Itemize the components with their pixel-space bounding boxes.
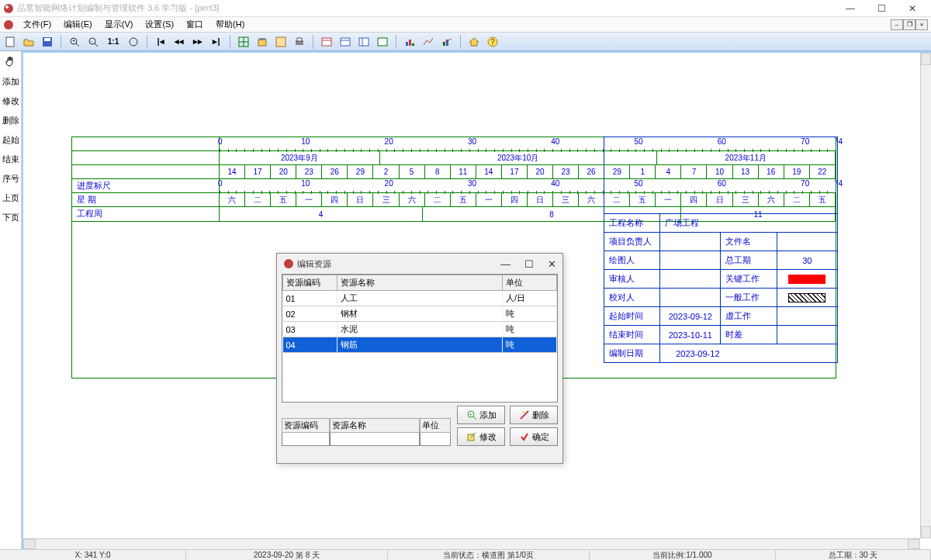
left-tool-6[interactable]: 上页 [2,192,19,204]
last-icon[interactable]: ▸| [209,35,223,49]
home-icon[interactable] [467,35,481,49]
svg-rect-20 [297,38,302,41]
hand-tool-icon[interactable] [4,54,18,68]
first-icon[interactable]: |◂ [154,35,168,49]
svg-rect-5 [44,38,50,41]
svg-rect-29 [409,40,411,46]
svg-point-1 [5,5,9,9]
modify-button[interactable]: 修改 [457,427,505,446]
table-row[interactable]: 02钢材吨 [283,306,557,322]
dialog-close[interactable]: ✕ [548,258,556,270]
resource-icon[interactable] [274,35,288,49]
left-tool-1[interactable]: 修改 [2,95,19,107]
menu-view[interactable]: 显示(V) [99,17,140,32]
menu-window[interactable]: 窗口 [180,17,209,32]
mdi-restore[interactable]: ❐ [903,19,915,30]
grid-icon[interactable] [237,35,251,49]
svg-point-2 [4,20,13,29]
ok-button[interactable]: 确定 [510,427,558,446]
left-tool-4[interactable]: 结束 [2,154,19,165]
svg-line-10 [95,43,98,47]
mdi-close[interactable]: × [915,19,928,30]
menubar: 文件(F) 编辑(E) 显示(V) 设置(S) 窗口 帮助(H) – ❐ × [0,17,931,33]
projweek-label: 工程周 [72,207,220,221]
titlebar: 品茗智能网络计划编制与管理软件 3.6 学习版 - [pert3] — ☐ ✕ [0,0,931,17]
col-name[interactable]: 资源名称 [337,275,503,291]
chart3-icon[interactable] [440,35,454,49]
scrollbar-vertical[interactable] [920,53,931,538]
table2-icon[interactable] [338,35,352,49]
col-code[interactable]: 资源编码 [283,275,337,291]
dialog-titlebar[interactable]: 编辑资源 — ☐ ✕ [277,254,562,274]
left-toolbar: 添加修改删除起始结束序号上页下页 [0,51,22,549]
status-total: 总工期：30 天 [776,550,931,560]
left-tool-2[interactable]: 删除 [2,115,19,126]
svg-line-37 [473,417,476,420]
delete-button[interactable]: 删除 [510,406,558,424]
info-panel: 工程名称广场工程 项目负责人文件名 绘图人总工期30 审核人关键工作 校对人一般… [604,137,838,363]
svg-rect-27 [378,38,387,46]
zoom-11-icon[interactable]: 1:1 [105,35,122,49]
status-coord: X: 341 Y:0 [0,550,186,560]
normal-legend [788,293,825,302]
svg-text:+: + [72,38,75,43]
svg-text:?: ? [490,38,495,47]
left-tool-3[interactable]: 起始 [2,134,19,146]
scrollbar-horizontal[interactable] [23,538,920,549]
minimize-button[interactable]: — [835,1,866,16]
week-label: 星 期 [72,193,220,206]
resource-table[interactable]: 资源编码 资源名称 单位 01人工人/日02钢材吨03水泥吨04钢筋吨 [282,274,558,403]
dialog-maximize[interactable]: ☐ [524,258,534,270]
svg-rect-3 [6,37,14,47]
menu-settings[interactable]: 设置(S) [139,17,180,32]
svg-rect-23 [341,38,350,46]
left-tool-7[interactable]: 下页 [2,212,19,223]
col-unit[interactable]: 单位 [503,275,557,291]
prev-icon[interactable]: ◂◂ [172,35,186,49]
name-input[interactable] [330,433,420,446]
code-input-label: 资源编码 [282,418,330,433]
close-button[interactable]: ✕ [897,1,928,16]
table-row[interactable]: 01人工人/日 [283,291,557,306]
info-table: 工程名称广场工程 项目负责人文件名 绘图人总工期30 审核人关键工作 校对人一般… [604,213,838,363]
layer-icon[interactable] [255,35,269,49]
zoom-in-icon[interactable]: + [67,35,81,49]
maximize-button[interactable]: ☐ [866,1,897,16]
new-icon[interactable] [3,35,17,49]
table3-icon[interactable] [357,35,371,49]
svg-rect-30 [412,43,414,46]
help-icon[interactable]: ? [486,35,500,49]
status-state: 当前状态：横道图 第1/0页 [388,550,590,560]
save-icon[interactable] [40,35,54,49]
menu-edit[interactable]: 编辑(E) [57,17,99,32]
toolbar: + - 1:1 |◂ ◂◂ ▸▸ ▸| ? [0,33,931,51]
left-tool-0[interactable]: 添加 [2,76,19,88]
add-button[interactable]: +添加 [457,406,505,424]
dialog-icon [283,258,294,269]
chart2-icon[interactable] [421,35,435,49]
open-icon[interactable] [22,35,36,49]
table-row[interactable]: 04钢筋吨 [283,337,557,353]
mdi-minimize[interactable]: – [891,19,903,30]
statusbar: X: 341 Y:0 2023-09-20 第 8 天 当前状态：横道图 第1/… [0,549,931,560]
dialog-minimize[interactable]: — [500,258,510,270]
zoom-fit-icon[interactable] [126,35,140,49]
menu-help[interactable]: 帮助(H) [209,17,251,32]
next-icon[interactable]: ▸▸ [191,35,205,49]
status-ratio: 当前比例:1/1.000 [590,550,776,560]
print-icon[interactable] [292,35,306,49]
svg-line-7 [76,43,79,47]
table-row[interactable]: 03水泥吨 [283,322,557,337]
menu-file[interactable]: 文件(F) [17,17,57,32]
edit-resource-dialog: 编辑资源 — ☐ ✕ 资源编码 资源名称 单位 01人工人/日02钢材吨03水泥… [276,253,563,464]
dialog-title: 编辑资源 [297,258,500,270]
svg-rect-28 [406,42,408,46]
unit-input[interactable] [420,433,451,446]
table4-icon[interactable] [376,35,389,49]
svg-rect-17 [259,38,265,40]
table1-icon[interactable] [320,35,334,49]
code-input[interactable] [282,433,330,446]
left-tool-5[interactable]: 序号 [2,173,19,185]
chart1-icon[interactable] [403,35,417,49]
zoom-out-icon[interactable]: - [86,35,100,49]
